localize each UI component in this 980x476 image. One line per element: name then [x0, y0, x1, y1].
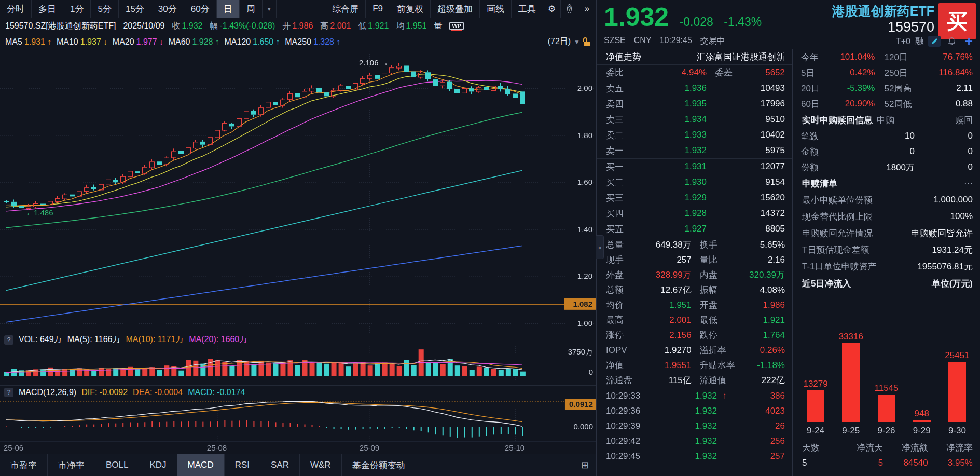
ma-indicator-bar: MA5 1.931↑ MA10 1.937↓ MA20 1.977↓ [0, 34, 596, 50]
flow-bar-column[interactable]: 948 [904, 409, 940, 422]
date-axis-label: 25-09 [360, 443, 379, 452]
collapse-panel-handle[interactable]: » [596, 235, 604, 259]
macd-help-icon[interactable]: ? [4, 388, 13, 397]
stat-row: 现手 257 量比 2.16 [597, 252, 792, 267]
indicator-tab-基金份额变动[interactable]: 基金份额变动 [342, 454, 416, 476]
t0-badge: T+0 [896, 37, 910, 46]
subscription-rows: 笔数 10 0 金额 0 0 份额 1800万 [793, 128, 980, 175]
candlestick-chart-canvas[interactable] [0, 50, 596, 333]
period-range-label[interactable]: (72日) [548, 36, 571, 47]
ask-row[interactable]: 卖一 1.932 5975 [597, 143, 792, 158]
tab-15min[interactable]: 15分 [119, 0, 151, 18]
super-overlay-button[interactable]: 超级叠加 [431, 0, 480, 18]
tab-1min[interactable]: 1分 [63, 0, 91, 18]
tab-daily[interactable]: 日 [217, 0, 240, 18]
indicator-tab-MACD[interactable]: MACD [177, 454, 225, 476]
performance-row: 5日 0.42% 250日 116.84% [793, 65, 980, 80]
tab-fenshi[interactable]: 分时 [0, 0, 32, 18]
tick-row[interactable]: 10:29:45 1.932 257 [597, 448, 792, 464]
bid-row[interactable]: 买四 1.928 14372 [597, 206, 792, 221]
high-value: 2.001 [330, 21, 351, 31]
quote-time: 10:29:45 [660, 36, 692, 47]
tab-30min[interactable]: 30分 [151, 0, 184, 18]
gear-icon[interactable]: ⚙ [543, 0, 561, 18]
date-axis-label: 25-08 [207, 443, 227, 452]
net-rate-value: 3.95% [928, 458, 973, 468]
flow-table-row: 5 5 84540 3.95% [793, 455, 980, 471]
tick-row[interactable]: 10:29:42 1.932 256 [597, 433, 792, 448]
tick-row[interactable]: 10:29:36 1.932 4023 [597, 403, 792, 418]
tab-duori[interactable]: 多日 [32, 0, 63, 18]
ask-row[interactable]: 卖三 1.934 9510 [597, 112, 792, 127]
indicator-tab-W&R[interactable]: W&R [300, 454, 342, 476]
volume-pane-header: ? VOL: 649万 MA(5): 1166万 MA(10): 1171万 M… [0, 333, 596, 346]
dea-value: -0.0004 [155, 388, 183, 397]
indicator-tab-SAR[interactable]: SAR [260, 454, 300, 476]
forward-adjust-button[interactable]: 前复权 [390, 0, 431, 18]
volume-chart-canvas[interactable] [0, 346, 596, 385]
indicator-tab-RSI[interactable]: RSI [225, 454, 260, 476]
trading-app: 分时 多日 1分 5分 15分 30分 60分 日 周 ▼ 综合屏 F9 前复权… [0, 0, 980, 476]
more-chevron-icon[interactable]: » [578, 0, 596, 18]
flow-bar-column[interactable]: 11545 [868, 383, 904, 422]
ask-row[interactable]: 卖二 1.933 10402 [597, 127, 792, 143]
buy-button[interactable]: 买 [938, 3, 976, 39]
tick-row[interactable]: 10:29:33 1.932 ↑ 386 [597, 388, 792, 403]
quote-section: 1.932 -0.028 -1.43% 港股通创新药ETF 159570 买 S… [597, 0, 980, 476]
ask-row[interactable]: 卖四 1.935 17996 [597, 96, 792, 112]
indicator-tab-KDJ[interactable]: KDJ [139, 454, 177, 476]
f9-button[interactable]: F9 [366, 0, 390, 18]
stat-row: 净值 1.9551 升贴水率 -1.18% [597, 358, 792, 373]
low-value: 1.921 [368, 21, 389, 31]
bid-row[interactable]: 买一 1.931 12077 [597, 159, 792, 174]
flow-x-labels: 9-249-259-269-299-30 [793, 422, 980, 440]
vol-ma20-value: 1660万 [221, 335, 248, 344]
ask-row[interactable]: 卖五 1.936 10493 [597, 80, 792, 96]
macd-chart-canvas[interactable] [0, 399, 596, 441]
alert-bell-icon[interactable] [945, 36, 958, 47]
indicator-tab-市净率[interactable]: 市净率 [48, 454, 95, 476]
flow-date-label: 9-25 [833, 426, 868, 436]
unlock-icon[interactable] [583, 37, 591, 46]
tools-button[interactable]: 工具 [512, 0, 543, 18]
redeem-col-label: 赎回 [955, 114, 973, 126]
bid-row[interactable]: 买五 1.927 8805 [597, 221, 792, 237]
weicha-value: 5652 [753, 67, 785, 78]
tab-weekly[interactable]: 周 [240, 0, 263, 18]
vol-value: 649万 [40, 335, 62, 344]
net-days-header: 净流天 [838, 442, 883, 454]
add-plus-icon[interactable] [962, 36, 975, 47]
flow-bar [807, 390, 824, 422]
net-inflow-bar-chart: 13279 33316 11545 [793, 292, 980, 422]
fund-manager-name[interactable]: 汇添富国证港股通创新 [697, 51, 785, 63]
flow-bar [948, 362, 966, 422]
tab-5min[interactable]: 5分 [91, 0, 118, 18]
tick-row[interactable]: 10:29:39 1.932 26 [597, 418, 792, 433]
volume-help-icon[interactable]: ? [4, 335, 13, 345]
bid-row[interactable]: 买三 1.929 15620 [597, 190, 792, 206]
stat-row: 最高 2.001 最低 1.921 [597, 312, 792, 328]
tab-60min[interactable]: 60分 [184, 0, 217, 18]
date-axis-label: 25-06 [4, 443, 23, 452]
bid-rows: 买一 1.931 12077 买二 1.930 9154 买三 [597, 158, 792, 237]
help-icon[interactable]: ? [561, 0, 578, 18]
edit-pencil-icon[interactable] [928, 36, 941, 47]
flow-bar-column[interactable]: 13279 [798, 379, 833, 422]
indicator-tab-市盈率[interactable]: 市盈率 [0, 454, 48, 476]
draw-line-button[interactable]: 画线 [480, 0, 512, 18]
grid-layout-icon[interactable]: ⊞ [574, 454, 596, 476]
flow-bar-column[interactable]: 33316 [833, 332, 868, 422]
indicator-tab-bar: 市盈率市净率BOLLKDJMACDRSISARW&R基金份额变动⊞ [0, 454, 596, 476]
composite-screen-button[interactable]: 综合屏 [325, 0, 366, 18]
section1-title: 实时申购赎回信息 [802, 114, 873, 126]
flow-bar-column[interactable]: 25451 [940, 350, 975, 422]
wp-monitor-icon[interactable]: WP [449, 22, 464, 30]
more-ellipsis-icon[interactable]: ⋯ [964, 178, 973, 189]
nav-link-nav-trend[interactable]: 净值走势 [606, 51, 641, 63]
weibi-label: 委比 [606, 66, 640, 78]
period-dropdown-icon[interactable]: ▼ [263, 0, 277, 18]
bid-row[interactable]: 买二 1.930 9154 [597, 174, 792, 190]
subscription-row: 份额 1800万 0 [793, 159, 980, 175]
indicator-tab-BOLL[interactable]: BOLL [95, 454, 139, 476]
period-caret-icon[interactable]: ▼ [574, 38, 580, 46]
